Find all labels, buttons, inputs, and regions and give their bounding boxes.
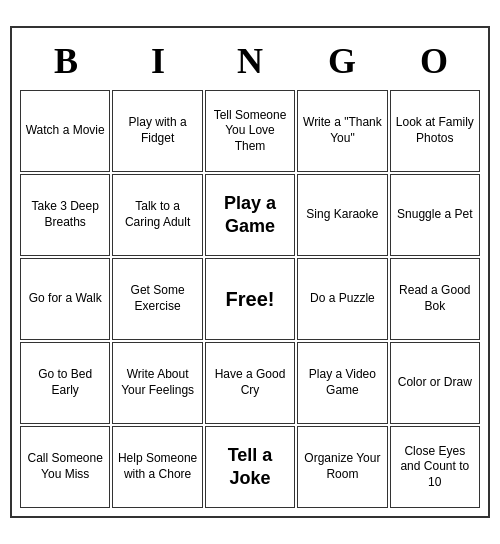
- bingo-letter-b: B: [20, 36, 112, 86]
- bingo-cell-0: Watch a Movie: [20, 90, 110, 172]
- bingo-header: BINGO: [20, 36, 480, 86]
- bingo-letter-o: O: [388, 36, 480, 86]
- bingo-cell-23: Organize Your Room: [297, 426, 387, 508]
- bingo-cell-12: Free!: [205, 258, 295, 340]
- bingo-cell-19: Color or Draw: [390, 342, 480, 424]
- bingo-cell-22: Tell a Joke: [205, 426, 295, 508]
- bingo-cell-11: Get Some Exercise: [112, 258, 202, 340]
- bingo-cell-8: Sing Karaoke: [297, 174, 387, 256]
- bingo-cell-21: Help Someone with a Chore: [112, 426, 202, 508]
- bingo-letter-n: N: [204, 36, 296, 86]
- bingo-cell-5: Take 3 Deep Breaths: [20, 174, 110, 256]
- bingo-grid: Watch a MoviePlay with a FidgetTell Some…: [20, 90, 480, 508]
- bingo-cell-1: Play with a Fidget: [112, 90, 202, 172]
- bingo-cell-15: Go to Bed Early: [20, 342, 110, 424]
- bingo-cell-7: Play a Game: [205, 174, 295, 256]
- bingo-cell-9: Snuggle a Pet: [390, 174, 480, 256]
- bingo-cell-20: Call Someone You Miss: [20, 426, 110, 508]
- bingo-cell-14: Read a Good Bok: [390, 258, 480, 340]
- bingo-cell-2: Tell Someone You Love Them: [205, 90, 295, 172]
- bingo-cell-18: Play a Video Game: [297, 342, 387, 424]
- bingo-letter-i: I: [112, 36, 204, 86]
- bingo-cell-6: Talk to a Caring Adult: [112, 174, 202, 256]
- bingo-card: BINGO Watch a MoviePlay with a FidgetTel…: [10, 26, 490, 518]
- bingo-cell-4: Look at Family Photos: [390, 90, 480, 172]
- bingo-cell-13: Do a Puzzle: [297, 258, 387, 340]
- bingo-cell-3: Write a "Thank You": [297, 90, 387, 172]
- bingo-cell-10: Go for a Walk: [20, 258, 110, 340]
- bingo-cell-24: Close Eyes and Count to 10: [390, 426, 480, 508]
- bingo-cell-16: Write About Your Feelings: [112, 342, 202, 424]
- bingo-letter-g: G: [296, 36, 388, 86]
- bingo-cell-17: Have a Good Cry: [205, 342, 295, 424]
